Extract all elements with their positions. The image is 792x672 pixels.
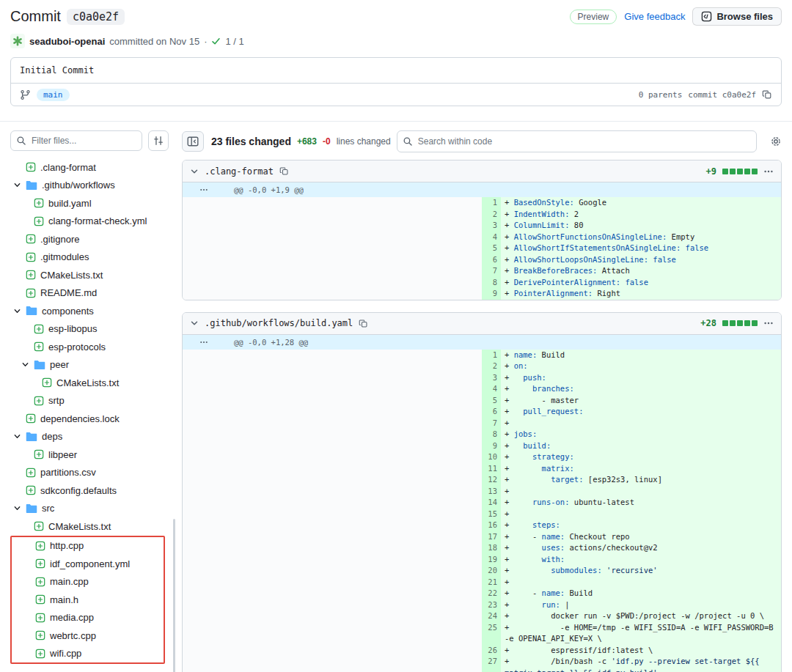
diff-line-number[interactable]: 6 [482, 406, 501, 418]
diff-line: 21+ [183, 577, 781, 588]
diff-line-number[interactable]: 18 [482, 542, 501, 554]
diff-old-side-empty [183, 474, 482, 486]
diff-line-number[interactable]: 2 [482, 209, 501, 221]
tree-item-cmakelists.txt[interactable]: CMakeLists.txt [10, 266, 169, 284]
commit-author[interactable]: seaduboi-openai [29, 36, 105, 47]
diff-line-number[interactable]: 22 [482, 588, 501, 599]
give-feedback-link[interactable]: Give feedback [624, 11, 685, 22]
diff-line: 10+ strategy: [183, 451, 781, 463]
diff-line-number[interactable]: 3 [482, 220, 501, 232]
tree-item-cmakelists.txt[interactable]: CMakeLists.txt [10, 517, 169, 536]
diff-line-number[interactable]: 5 [482, 395, 501, 407]
copy-path-button[interactable] [359, 319, 368, 328]
search-within-code-input[interactable] [397, 130, 757, 152]
diff-line-number[interactable]: 8 [482, 429, 501, 440]
diff-line-number[interactable]: 15 [482, 509, 501, 520]
tree-item-main.cpp[interactable]: main.cpp [12, 573, 164, 591]
tree-item-webrtc.cpp[interactable]: webrtc.cpp [12, 627, 164, 645]
diff-line-number[interactable]: 4 [482, 383, 501, 395]
diff-options-button[interactable] [763, 318, 774, 328]
tree-item-label: main.h [50, 594, 78, 605]
tree-item-peer[interactable]: peer [10, 356, 169, 374]
branch-pill[interactable]: main [37, 89, 70, 101]
tree-item-clang-format-check.yml[interactable]: clang-format-check.yml [10, 213, 169, 231]
diff-line: 13+ [183, 486, 781, 498]
tree-item-libpeer[interactable]: libpeer [10, 446, 169, 464]
diff-line-number[interactable]: 25 [482, 622, 501, 645]
tree-item-.github-workflows[interactable]: .github/workflows [10, 177, 169, 195]
diff-line-number[interactable]: 8 [482, 277, 501, 289]
diff-line-number[interactable]: 3 [482, 372, 501, 384]
diffstat-block [744, 169, 750, 174]
diff-line-number[interactable]: 10 [482, 451, 501, 463]
tree-item-dependencies.lock[interactable]: dependencies.lock [10, 410, 169, 428]
diff-old-side-empty [183, 497, 482, 509]
tree-item-http.cpp[interactable]: http.cpp [12, 537, 164, 555]
commit-label: commit [688, 90, 717, 100]
avatar[interactable] [10, 34, 25, 48]
filter-files-input[interactable] [10, 130, 142, 151]
tree-item-partitions.csv[interactable]: partitions.csv [10, 464, 169, 482]
tree-item-build.yaml[interactable]: build.yaml [10, 194, 169, 213]
diff-line-number[interactable]: 21 [482, 577, 501, 588]
tree-item-.clang-format[interactable]: .clang-format [10, 158, 169, 177]
tree-item-wifi.cpp[interactable]: wifi.cpp [12, 645, 164, 663]
diff-line-number[interactable]: 17 [482, 531, 501, 543]
diff-line-number[interactable]: 11 [482, 463, 501, 475]
copy-sha-button[interactable] [762, 89, 772, 100]
tree-item-readme.md[interactable]: README.md [10, 284, 169, 303]
diff-line-number[interactable]: 20 [482, 565, 501, 577]
diff-line-number[interactable]: 26 [482, 645, 501, 657]
preview-badge[interactable]: Preview [570, 10, 617, 24]
diff-line-number[interactable]: 23 [482, 599, 501, 611]
browse-files-button[interactable]: Browse files [692, 7, 782, 26]
diff-line-number[interactable]: 19 [482, 554, 501, 566]
sidebar-scrollbar[interactable] [173, 519, 175, 672]
tree-item-media.cpp[interactable]: media.cpp [12, 609, 164, 627]
collapse-diff-button[interactable] [190, 319, 199, 328]
diff-line-code: + - name: Build [501, 588, 781, 599]
diff-line-number[interactable]: 1 [482, 197, 501, 209]
checks-count[interactable]: 1 / 1 [225, 36, 243, 47]
diff-line-number[interactable]: 24 [482, 610, 501, 622]
diff-line-number[interactable]: 7 [482, 265, 501, 277]
copy-path-button[interactable] [279, 166, 289, 176]
diff-line-number[interactable]: 2 [482, 361, 501, 372]
tree-item-esp-libopus[interactable]: esp-libopus [10, 320, 169, 339]
diff-options-button[interactable] [763, 166, 774, 177]
expand-hunk-button[interactable] [183, 338, 225, 347]
tree-item-cmakelists.txt[interactable]: CMakeLists.txt [10, 374, 169, 392]
diff-line-number[interactable]: 14 [482, 497, 501, 509]
diff-line-number[interactable]: 16 [482, 520, 501, 531]
tree-item-deps[interactable]: deps [10, 428, 169, 446]
diff-line-code: + [501, 418, 781, 429]
diff-line-code: + IndentWidth: 2 [501, 209, 781, 221]
tree-item-esp-protocols[interactable]: esp-protocols [10, 338, 169, 356]
diff-line-number[interactable]: 9 [482, 440, 501, 452]
tree-item-.gitignore[interactable]: .gitignore [10, 230, 169, 248]
tree-item-src[interactable]: src [10, 500, 169, 518]
collapse-diff-button[interactable] [190, 167, 199, 176]
diff-line-number[interactable]: 1 [482, 350, 501, 361]
tree-item-srtp[interactable]: srtp [10, 392, 169, 410]
diff-settings-button[interactable] [770, 136, 782, 147]
tree-item-components[interactable]: components [10, 302, 169, 320]
diff-line-number[interactable]: 13 [482, 486, 501, 498]
expand-hunk-button[interactable] [183, 185, 225, 194]
diff-filename[interactable]: .clang-format [205, 166, 274, 177]
tree-item-.gitmodules[interactable]: .gitmodules [10, 248, 169, 267]
filter-options-button[interactable] [148, 130, 169, 151]
diff-line-number[interactable]: 7 [482, 418, 501, 429]
tree-item-idf_component.yml[interactable]: idf_component.yml [12, 555, 164, 573]
diff-line-number[interactable]: 9 [482, 288, 501, 300]
diff-line-number[interactable]: 5 [482, 243, 501, 254]
diff-line-number[interactable]: 12 [482, 474, 501, 486]
diff-line-number[interactable]: 27 [482, 656, 501, 672]
diff-filename[interactable]: .github/workflows/build.yaml [205, 318, 353, 328]
diff-line-code: + AllowShortFunctionsOnASingleLine: Empt… [501, 232, 781, 243]
diff-line-number[interactable]: 4 [482, 232, 501, 243]
tree-item-main.h[interactable]: main.h [12, 591, 164, 609]
collapse-file-tree-button[interactable] [182, 131, 204, 152]
diff-line-number[interactable]: 6 [482, 254, 501, 266]
tree-item-sdkconfig.defaults[interactable]: sdkconfig.defaults [10, 481, 169, 500]
